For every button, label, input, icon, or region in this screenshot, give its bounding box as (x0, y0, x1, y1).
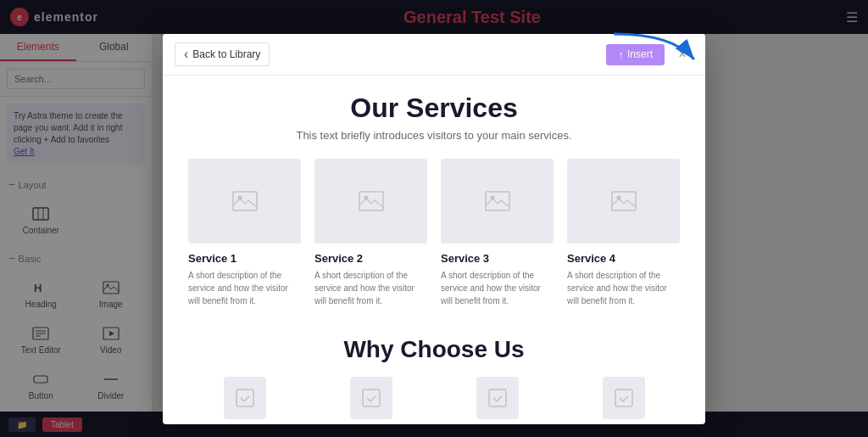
service-card-2: Service 2 A short description of the ser… (314, 159, 427, 307)
why-icons-row (188, 377, 680, 419)
insert-button[interactable]: Insert (606, 44, 665, 65)
template-modal: Back to Library Insert × Our Services Th… (163, 34, 705, 424)
service-image-2 (314, 159, 427, 244)
why-choose-section: Why Choose Us (188, 328, 680, 419)
why-icon-box-3 (476, 377, 519, 419)
service-card-1: Service 1 A short description of the ser… (188, 159, 301, 307)
svg-rect-32 (615, 389, 632, 406)
why-choose-title: Why Choose Us (188, 336, 680, 363)
svg-rect-31 (489, 389, 506, 406)
service-card-3: Service 3 A short description of the ser… (441, 159, 554, 307)
modal-header: Back to Library Insert × (163, 34, 705, 76)
why-icon-3 (441, 377, 554, 419)
service-2-title: Service 2 (314, 252, 427, 265)
service-3-title: Service 3 (441, 252, 554, 265)
svg-point-26 (490, 196, 494, 200)
service-4-desc: A short description of the service and h… (567, 269, 680, 307)
service-image-3 (441, 159, 554, 244)
services-title: Our Services (188, 92, 680, 124)
service-1-desc: A short description of the service and h… (188, 269, 301, 307)
services-heading: Our Services This text briefly introduce… (188, 92, 680, 142)
svg-rect-30 (363, 389, 380, 406)
svg-rect-29 (236, 389, 253, 406)
service-3-desc: A short description of the service and h… (441, 269, 554, 307)
why-icon-1 (188, 377, 301, 419)
modal-content: Our Services This text briefly introduce… (163, 76, 705, 424)
svg-point-24 (364, 196, 368, 200)
why-icon-2 (314, 377, 427, 419)
service-card-4: Service 4 A short description of the ser… (567, 159, 680, 307)
why-icon-box-4 (603, 377, 645, 419)
service-image-4 (567, 159, 680, 244)
why-icon-box-2 (350, 377, 392, 419)
svg-point-28 (616, 196, 620, 200)
service-image-1 (188, 159, 301, 244)
close-button[interactable]: × (671, 43, 693, 65)
modal-overlay: Back to Library Insert × Our Services Th… (0, 0, 868, 437)
service-4-title: Service 4 (567, 252, 680, 265)
back-to-library-button[interactable]: Back to Library (175, 42, 270, 66)
svg-point-22 (237, 196, 242, 200)
why-icon-4 (567, 377, 680, 419)
service-2-desc: A short description of the service and h… (314, 269, 427, 307)
services-grid: Service 1 A short description of the ser… (188, 159, 680, 307)
service-1-title: Service 1 (188, 252, 301, 265)
services-subtitle: This text briefly introduces visitors to… (188, 129, 680, 142)
why-icon-box-1 (224, 377, 266, 419)
